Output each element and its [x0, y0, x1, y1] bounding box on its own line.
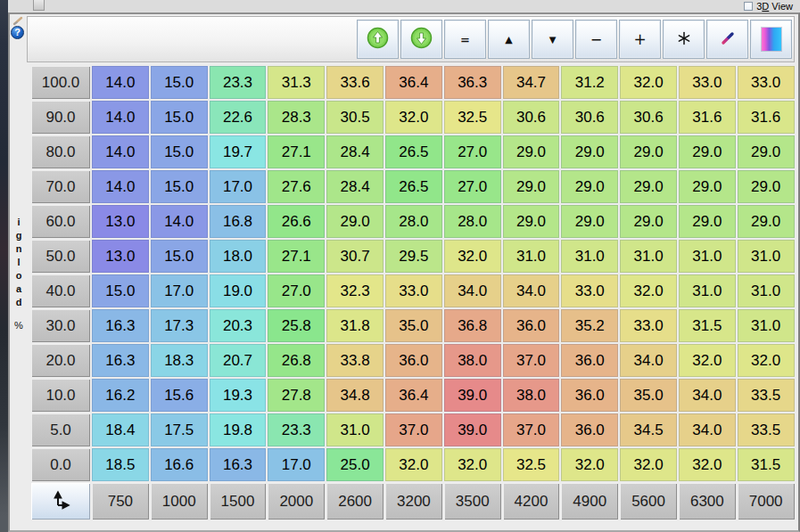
table-cell[interactable]: 29.0: [326, 205, 384, 238]
table-cell[interactable]: 14.0: [151, 205, 208, 238]
table-cell[interactable]: 34.0: [444, 274, 501, 307]
axis-swap-button[interactable]: [31, 483, 90, 520]
table-cell[interactable]: 33.0: [738, 66, 795, 99]
table-cell[interactable]: 31.5: [738, 448, 795, 481]
table-cell[interactable]: 26.5: [385, 135, 442, 168]
toolbar-button-set-equal[interactable]: =: [444, 20, 486, 59]
table-cell[interactable]: 37.0: [503, 413, 560, 446]
table-cell[interactable]: 34.0: [679, 413, 736, 446]
table-cell[interactable]: 32.0: [620, 274, 677, 307]
table-cell[interactable]: 36.8: [444, 309, 501, 342]
table-cell[interactable]: 29.0: [620, 135, 677, 168]
table-cell[interactable]: 26.5: [385, 170, 442, 203]
table-cell[interactable]: 13.0: [92, 205, 149, 238]
col-header[interactable]: 2000: [268, 483, 325, 520]
table-cell[interactable]: 35.0: [385, 309, 442, 342]
row-header[interactable]: 80.0: [31, 135, 90, 168]
table-cell[interactable]: 29.0: [738, 135, 795, 168]
table-cell[interactable]: 32.0: [620, 66, 677, 99]
table-cell[interactable]: 15.0: [151, 66, 208, 99]
table-cell[interactable]: 37.0: [385, 413, 442, 446]
table-cell[interactable]: 36.4: [385, 379, 442, 412]
table-cell[interactable]: 37.0: [503, 344, 560, 377]
table-cell[interactable]: 28.4: [326, 170, 384, 203]
table-cell[interactable]: 39.0: [444, 413, 501, 446]
table-cell[interactable]: 28.3: [268, 101, 325, 134]
table-cell[interactable]: 14.0: [92, 66, 149, 99]
table-cell[interactable]: 30.6: [620, 101, 677, 134]
table-cell[interactable]: 30.6: [561, 101, 618, 134]
table-cell[interactable]: 30.7: [326, 240, 384, 273]
table-cell[interactable]: 18.5: [92, 448, 149, 481]
table-cell[interactable]: 36.0: [503, 309, 560, 342]
table-cell[interactable]: 33.5: [738, 379, 795, 412]
toolbar-button-add[interactable]: +: [619, 20, 661, 59]
table-cell[interactable]: 20.3: [210, 309, 267, 342]
table-cell[interactable]: 36.0: [561, 413, 618, 446]
row-header[interactable]: 5.0: [31, 413, 90, 446]
table-cell[interactable]: 39.0: [444, 379, 501, 412]
table-cell[interactable]: 15.0: [92, 274, 149, 307]
table-cell[interactable]: 33.8: [326, 344, 384, 377]
row-header[interactable]: 90.0: [31, 101, 90, 134]
table-cell[interactable]: 28.4: [326, 135, 384, 168]
col-header[interactable]: 3200: [385, 483, 442, 520]
table-cell[interactable]: 32.0: [385, 448, 442, 481]
view-3d-checkbox[interactable]: 3D View: [744, 0, 793, 12]
table-cell[interactable]: 34.0: [503, 274, 560, 307]
table-cell[interactable]: 29.0: [679, 205, 736, 238]
table-cell[interactable]: 26.6: [268, 205, 325, 238]
help-icon[interactable]: ?: [11, 26, 24, 39]
table-cell[interactable]: 27.1: [268, 135, 325, 168]
table-cell[interactable]: 29.0: [503, 205, 560, 238]
toolbar-button-scale[interactable]: [663, 20, 705, 59]
toolbar-button-decrement[interactable]: ▼: [532, 20, 573, 59]
table-cell[interactable]: 19.8: [210, 413, 267, 446]
table-cell[interactable]: 32.0: [385, 101, 442, 134]
table-cell[interactable]: 15.6: [151, 379, 208, 412]
table-cell[interactable]: 15.0: [151, 101, 208, 134]
table-cell[interactable]: 35.0: [620, 379, 677, 412]
table-cell[interactable]: 15.0: [151, 135, 208, 168]
table-cell[interactable]: 32.0: [738, 344, 795, 377]
table-cell[interactable]: 26.8: [268, 344, 325, 377]
col-header[interactable]: 5600: [620, 483, 677, 520]
table-cell[interactable]: 16.3: [92, 309, 149, 342]
row-header[interactable]: 70.0: [31, 170, 90, 203]
table-cell[interactable]: 30.6: [503, 101, 560, 134]
table-cell[interactable]: 19.3: [210, 379, 267, 412]
table-cell[interactable]: 32.5: [503, 448, 560, 481]
table-cell[interactable]: 36.0: [561, 379, 618, 412]
toolbar-button-increment[interactable]: ▲: [488, 20, 530, 59]
table-cell[interactable]: 17.3: [151, 309, 208, 342]
table-cell[interactable]: 32.0: [444, 240, 501, 273]
table-cell[interactable]: 29.0: [503, 170, 560, 203]
table-cell[interactable]: 29.0: [738, 205, 795, 238]
toolbar-button-revert-down[interactable]: [400, 20, 442, 59]
table-cell[interactable]: 18.3: [151, 344, 208, 377]
table-cell[interactable]: 34.0: [679, 379, 736, 412]
table-cell[interactable]: 25.0: [326, 448, 384, 481]
table-cell[interactable]: 32.0: [679, 448, 736, 481]
table-cell[interactable]: 14.0: [92, 135, 149, 168]
table-cell[interactable]: 29.0: [561, 170, 618, 203]
table-cell[interactable]: 32.3: [326, 274, 384, 307]
table-cell[interactable]: 34.0: [620, 344, 677, 377]
table-cell[interactable]: 16.3: [210, 448, 267, 481]
table-cell[interactable]: 18.0: [210, 240, 267, 273]
toolbar-button-subtract[interactable]: −: [575, 20, 617, 59]
table-cell[interactable]: 34.5: [620, 413, 677, 446]
col-header[interactable]: 3500: [444, 483, 501, 520]
table-cell[interactable]: 23.3: [268, 413, 325, 446]
row-header[interactable]: 10.0: [31, 379, 90, 412]
table-cell[interactable]: 31.0: [620, 240, 677, 273]
table-cell[interactable]: 36.0: [561, 344, 618, 377]
table-cell[interactable]: 36.3: [444, 66, 501, 99]
toolbar-button-revert-up[interactable]: [357, 20, 399, 59]
table-cell[interactable]: 32.0: [561, 448, 618, 481]
table-cell[interactable]: 32.0: [679, 344, 736, 377]
table-cell[interactable]: 28.0: [444, 205, 501, 238]
table-cell[interactable]: 13.0: [92, 240, 149, 273]
table-cell[interactable]: 29.0: [561, 205, 618, 238]
col-header[interactable]: 6300: [679, 483, 736, 520]
